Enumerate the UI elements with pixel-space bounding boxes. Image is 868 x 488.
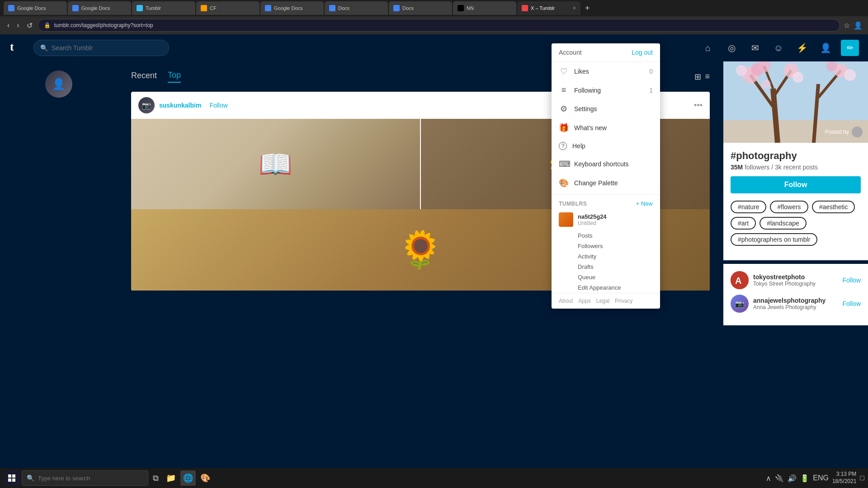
address-bar[interactable]: 🔒 tumblr.com/tagged/photography?sort=top xyxy=(38,19,840,32)
profile-icon[interactable]: 👤 xyxy=(854,21,863,30)
tag-pill-aesthetic[interactable]: #aesthetic xyxy=(812,201,855,213)
tag-info: #photography 35M followers / 3k recent p… xyxy=(723,143,868,260)
taskbar-chrome[interactable]: 🌐 xyxy=(180,470,196,486)
tag-hero-image: Posted by xyxy=(723,61,868,143)
settings-icon: ⚙ xyxy=(559,104,569,114)
back-button[interactable]: ‹ xyxy=(5,19,11,31)
post-follow-button[interactable]: Follow xyxy=(209,102,227,109)
battery-icon[interactable]: 🔋 xyxy=(800,474,809,483)
search-bar[interactable]: 🔍 xyxy=(33,40,169,56)
sub-item-queue[interactable]: Queue xyxy=(578,272,653,282)
dropdown-following[interactable]: ≡ Following 1 xyxy=(552,81,660,99)
sub-item-activity[interactable]: Activity xyxy=(578,251,653,262)
task-view-button[interactable]: ⧉ xyxy=(150,472,161,485)
tab-active[interactable]: X – Tumblr× xyxy=(517,1,580,15)
account-icon[interactable]: 👤 xyxy=(817,40,834,56)
related-blogs: A tokyostreetphoto Tokyo Street Photogra… xyxy=(723,264,868,325)
grid-view-button[interactable]: ⊞ xyxy=(694,72,701,82)
sub-item-edit-appearance[interactable]: Edit Appearance xyxy=(578,282,653,293)
activity-icon[interactable]: ⚡ xyxy=(794,40,810,56)
lang-label[interactable]: ENG xyxy=(813,474,829,482)
heart-icon: ♡ xyxy=(559,66,569,76)
tray-up-icon[interactable]: ∧ xyxy=(766,474,771,483)
lock-icon: 🔒 xyxy=(44,22,51,28)
refresh-button[interactable]: ↺ xyxy=(25,19,34,32)
taskbar-explorer[interactable]: 📁 xyxy=(163,470,179,486)
tab-1[interactable]: Google Docs xyxy=(4,1,67,15)
follow-tag-button[interactable]: Follow xyxy=(731,176,861,193)
new-tumblr-button[interactable]: + New xyxy=(636,200,653,207)
start-button[interactable] xyxy=(4,470,20,486)
sub-item-posts[interactable]: Posts xyxy=(578,230,653,241)
dropdown-keyboard[interactable]: ⌨ Keyboard shortcuts xyxy=(552,155,660,174)
palette-icon: 🎨 xyxy=(559,178,569,188)
volume-icon[interactable]: 🔊 xyxy=(788,474,797,483)
separator: / xyxy=(771,164,775,171)
taskbar: 🔍 ⧉ 📁 🌐 🎨 ∧ 🔌 🔊 🔋 ENG 3:13 PM 18/5/2021 … xyxy=(0,468,868,488)
tokyo-desc: Tokyo Street Photography xyxy=(753,281,838,287)
taskbar-search-input[interactable] xyxy=(38,475,143,482)
anna-name[interactable]: annajewelsphotography xyxy=(753,297,838,304)
dropdown-likes[interactable]: ♡ Likes 0 xyxy=(552,62,660,81)
taskbar-paint[interactable]: 🎨 xyxy=(198,470,213,486)
tag-pill-flowers[interactable]: #flowers xyxy=(770,201,808,213)
sub-item-drafts[interactable]: Drafts xyxy=(578,262,653,272)
tag-pill-art[interactable]: #art xyxy=(731,217,756,230)
tumblr-logo[interactable]: t xyxy=(9,40,23,56)
post-username[interactable]: suskunkalbim xyxy=(159,102,201,109)
tab-8[interactable]: NN xyxy=(453,1,516,15)
dropdown-divider xyxy=(552,194,660,195)
tumblr-blog-item[interactable]: na5t25g24 Untitled xyxy=(552,209,660,230)
tray-icons: ∧ 🔌 🔊 🔋 ENG xyxy=(766,474,829,483)
notification-icon[interactable]: □ xyxy=(860,474,864,482)
likes-count: 0 xyxy=(649,68,653,75)
bookmark-icon[interactable]: ☆ xyxy=(844,21,850,30)
taskbar-search[interactable]: 🔍 xyxy=(22,470,148,486)
forward-button[interactable]: › xyxy=(15,19,21,31)
post-more-button[interactable]: ••• xyxy=(694,101,703,110)
tag-title: #photography xyxy=(731,150,861,162)
tag-pill-photographers[interactable]: #photographers on tumblr xyxy=(731,233,817,246)
post-image-books[interactable]: 📖 xyxy=(131,119,420,209)
sub-item-followers[interactable]: Followers xyxy=(578,241,653,251)
keyboard-label: Keyboard shortcuts xyxy=(574,160,653,168)
tab-recent[interactable]: Recent xyxy=(131,71,157,82)
tag-pill-landscape[interactable]: #landscape xyxy=(760,217,807,230)
tumblr-blog-desc: Untitled xyxy=(578,220,653,226)
edit-button[interactable]: ✏ xyxy=(841,40,859,56)
new-tab-button[interactable]: + xyxy=(581,4,594,13)
system-tray: ∧ 🔌 🔊 🔋 ENG 3:13 PM 18/5/2021 □ xyxy=(766,471,864,485)
list-view-button[interactable]: ≡ xyxy=(705,72,710,82)
tab-3[interactable]: Tumblr xyxy=(132,1,195,15)
tag-pill-nature[interactable]: #nature xyxy=(731,201,766,213)
tokyo-name[interactable]: tokyostreetphoto xyxy=(753,273,838,281)
network-icon[interactable]: 🔌 xyxy=(775,474,784,483)
footer-apps[interactable]: Apps xyxy=(578,298,590,304)
tab-7[interactable]: Docs xyxy=(389,1,452,15)
footer-about[interactable]: About xyxy=(559,298,573,304)
emoji-icon[interactable]: ☺ xyxy=(770,40,787,56)
related-blog-tokyo: A tokyostreetphoto Tokyo Street Photogra… xyxy=(731,271,861,289)
dropdown-palette[interactable]: 🎨 Change Palette xyxy=(552,174,660,192)
tab-2[interactable]: Google Docs xyxy=(68,1,131,15)
help-label: Help xyxy=(572,142,653,150)
home-icon[interactable]: ⌂ xyxy=(700,40,716,56)
tab-top[interactable]: Top xyxy=(168,70,181,83)
tokyo-follow-button[interactable]: Follow xyxy=(843,277,861,284)
post-avatar[interactable]: 📷 xyxy=(138,97,155,113)
explore-icon[interactable]: ◎ xyxy=(723,40,740,56)
anna-follow-button[interactable]: Follow xyxy=(843,300,861,307)
dropdown-whats-new[interactable]: 🎁 What's new xyxy=(552,118,660,137)
tab-4[interactable]: CF xyxy=(196,1,259,15)
dropdown-help[interactable]: ? Help xyxy=(552,137,660,155)
logout-button[interactable]: Log out xyxy=(632,49,653,56)
messages-icon[interactable]: ✉ xyxy=(747,40,763,56)
tab-5[interactable]: Google Docs xyxy=(260,1,324,15)
system-clock[interactable]: 3:13 PM 18/5/2021 xyxy=(832,471,856,485)
dropdown-settings[interactable]: ⚙ Settings xyxy=(552,99,660,118)
tab-6[interactable]: Docs xyxy=(325,1,388,15)
footer-privacy[interactable]: Privacy xyxy=(615,298,632,304)
footer-legal[interactable]: Legal xyxy=(596,298,609,304)
avatar[interactable]: 👤 xyxy=(45,70,72,98)
search-input[interactable] xyxy=(52,44,162,52)
